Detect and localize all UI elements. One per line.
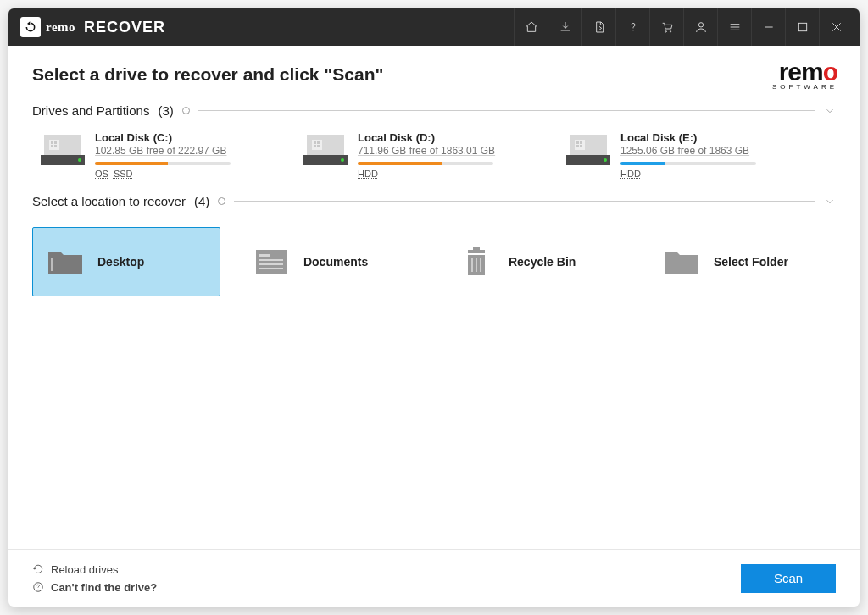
drive-tags: HDD [358,169,527,179]
file-export-icon [593,20,606,34]
drive-usage-bar [358,162,493,165]
app-logo-text-main: RECOVER [84,19,165,36]
svg-point-25 [604,158,607,162]
drive-tags: HDD [620,169,790,179]
svg-rect-5 [54,141,57,144]
brand-logo-accent: o [823,58,837,86]
account-button[interactable] [683,8,717,46]
svg-rect-29 [259,259,283,261]
drives-section-header: Drives and Partitions (3) [32,103,836,118]
svg-rect-32 [468,250,485,253]
drive-free-text: 102.85 GB free of 222.97 GB [95,145,264,157]
location-label: Desktop [97,255,144,269]
reload-icon [32,563,44,575]
footer: Reload drives Can't find the drive? Scan [8,549,860,607]
svg-rect-28 [259,254,270,257]
app-logo: remo RECOVER [20,17,165,37]
drive-name: Local Disk (D:) [358,131,527,144]
location-desktop[interactable]: Desktop [32,227,220,296]
svg-rect-23 [580,145,582,147]
close-icon [830,20,843,34]
svg-point-17 [341,158,344,162]
drive-free-text: 1255.06 GB free of 1863 GB [620,145,790,157]
menu-button[interactable] [717,8,751,46]
svg-rect-7 [54,145,57,147]
page-title: Select a drive to recover and click "Sca… [32,64,836,85]
location-recycle-bin[interactable]: Recycle Bin [442,227,631,296]
titlebar: remo RECOVER [8,8,860,46]
chevron-down-icon[interactable] [824,105,836,117]
locations-list: Desktop Documents Recycle Bin Select Fol… [32,219,836,296]
svg-point-9 [78,158,81,162]
drive-usage-bar [620,162,756,165]
drives-section-label: Drives and Partitions [32,103,149,118]
locations-section-header: Select a location to recover (4) [32,194,836,208]
app-window: remo RECOVER remo SOFTWARE Select a driv… [8,8,860,607]
svg-rect-4 [51,141,53,144]
maximize-icon [796,20,810,34]
documents-icon [253,247,290,277]
location-label: Recycle Bin [509,255,576,269]
svg-rect-26 [51,258,53,271]
drives-list: Local Disk (C:) 102.85 GB free of 222.97… [32,128,836,194]
home-button[interactable] [514,8,548,46]
location-label: Select Folder [714,255,788,269]
app-logo-text-small: remo [46,20,75,35]
import-button[interactable] [548,8,581,46]
cant-find-drive-link[interactable]: Can't find the drive? [32,581,157,594]
hard-drive-icon [566,133,610,167]
main-content: remo SOFTWARE Select a drive to recover … [8,46,860,549]
drive-usage-bar [95,162,231,165]
export-button[interactable] [581,8,615,46]
brand-logo-text: rem [779,58,823,86]
help-circle-icon [32,581,44,593]
svg-rect-34 [471,258,473,272]
maximize-button[interactable] [785,8,819,46]
cart-button[interactable] [649,8,683,46]
svg-rect-35 [476,258,477,272]
download-icon [559,20,572,34]
help-icon [626,20,640,34]
hamburger-icon [728,20,742,34]
svg-rect-15 [317,145,320,147]
home-icon [525,20,538,34]
scan-button[interactable]: Scan [741,564,836,593]
locations-section-count: (4) [194,194,209,208]
minimize-button[interactable] [751,8,785,46]
svg-rect-21 [580,141,582,144]
drive-name: Local Disk (C:) [95,131,264,144]
location-label: Documents [303,255,368,269]
user-icon [694,20,708,34]
app-logo-icon [20,17,41,37]
drive-item-c[interactable]: Local Disk (C:) 102.85 GB free of 222.97… [41,131,264,179]
svg-rect-13 [317,141,320,144]
cart-icon [660,20,674,34]
drive-item-d[interactable]: Local Disk (D:) 711.96 GB free of 1863.0… [303,131,527,179]
svg-rect-33 [473,247,480,250]
drive-free-text: 711.96 GB free of 1863.01 GB [358,145,527,157]
location-documents[interactable]: Documents [237,227,426,296]
svg-rect-31 [259,268,283,269]
folder-icon [663,247,700,277]
drive-item-e[interactable]: Local Disk (E:) 1255.06 GB free of 1863 … [566,131,790,179]
close-button[interactable] [819,8,853,46]
drive-tags: OSSSD [95,169,264,179]
trash-icon [458,247,495,277]
chevron-down-icon[interactable] [824,196,836,208]
folder-icon [47,247,84,277]
locations-section-label: Select a location to recover [32,194,186,208]
svg-rect-27 [256,250,287,274]
drive-name: Local Disk (E:) [620,131,790,144]
help-button[interactable] [615,8,649,46]
minimize-icon [762,20,776,34]
hard-drive-icon [41,133,85,167]
svg-rect-14 [314,145,316,147]
svg-rect-36 [480,258,481,272]
reload-drives-label: Reload drives [51,563,119,576]
location-select-folder[interactable]: Select Folder [648,227,836,296]
reload-drives-link[interactable]: Reload drives [32,563,157,576]
drives-section-count: (3) [158,103,173,118]
svg-point-0 [698,23,703,27]
svg-rect-1 [798,23,806,30]
svg-rect-12 [314,141,316,144]
